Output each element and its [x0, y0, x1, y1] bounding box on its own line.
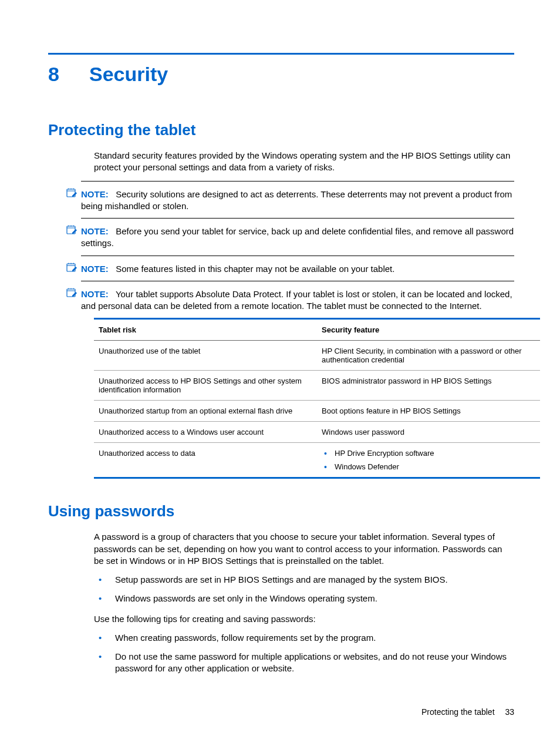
chapter-number: 8 [48, 63, 89, 86]
note-label: NOTE: [81, 226, 109, 236]
note-block: NOTE: Your tablet supports Absolute Data… [81, 281, 514, 312]
feature-cell: HP Drive Encryption softwareWindows Defe… [317, 443, 540, 478]
note-block: NOTE: Before you send your tablet for se… [81, 218, 514, 250]
table-header-feature: Security feature [317, 319, 540, 341]
risk-cell: Unauthorized use of the tablet [94, 341, 317, 371]
risk-cell: Unauthorized access to data [94, 443, 317, 478]
note-text: NOTE: Some features listed in this chapt… [81, 260, 514, 275]
risk-cell: Unauthorized startup from an optional ex… [94, 401, 317, 422]
table-row: Unauthorized use of the tabletHP Client … [94, 341, 540, 371]
list-item: Do not use the same password for multipl… [94, 651, 514, 675]
table-row: Unauthorized access to a Windows user ac… [94, 422, 540, 443]
note-icon [66, 224, 77, 235]
footer-section: Protecting the tablet [421, 707, 495, 717]
note-container: NOTE: Security solutions are designed to… [81, 181, 514, 312]
feature-cell: Windows user password [317, 422, 540, 443]
table-row: Unauthorized access to HP BIOS Settings … [94, 371, 540, 401]
feature-cell: BIOS administrator password in HP BIOS S… [317, 371, 540, 401]
note-text: NOTE: Your tablet supports Absolute Data… [81, 285, 514, 312]
page-footer: Protecting the tablet 33 [421, 707, 514, 717]
risk-cell: Unauthorized access to HP BIOS Settings … [94, 371, 317, 401]
risk-cell: Unauthorized access to a Windows user ac… [94, 422, 317, 443]
note-icon [66, 187, 77, 198]
note-block: NOTE: Some features listed in this chapt… [81, 256, 514, 275]
section1-intro: Standard security features provided by t… [94, 150, 514, 174]
section2-intro: A password is a group of characters that… [94, 531, 514, 567]
list-item: Windows passwords are set only in the Wi… [94, 593, 514, 604]
chapter-heading: 8Security [48, 63, 514, 86]
password-tips-list: When creating passwords, follow requirem… [94, 632, 514, 675]
note-block: NOTE: Security solutions are designed to… [81, 181, 514, 213]
list-item: Setup passwords are set in HP BIOS Setti… [94, 574, 514, 586]
note-label: NOTE: [81, 289, 109, 299]
chapter-title: Security [89, 63, 168, 85]
password-types-list: Setup passwords are set in HP BIOS Setti… [94, 574, 514, 605]
chapter-rule [48, 53, 514, 55]
section-heading-protecting: Protecting the tablet [48, 121, 514, 139]
feature-list-item: Windows Defender [322, 462, 535, 471]
note-label: NOTE: [81, 264, 109, 274]
note-label: NOTE: [81, 189, 109, 199]
feature-cell: Boot options feature in HP BIOS Settings [317, 401, 540, 422]
feature-cell: HP Client Security, in combination with … [317, 341, 540, 371]
note-text: NOTE: Before you send your tablet for se… [81, 222, 514, 250]
tips-intro: Use the following tips for creating and … [94, 613, 514, 625]
table-header-risk: Tablet risk [94, 319, 317, 341]
note-icon [66, 262, 77, 273]
table-row: Unauthorized startup from an optional ex… [94, 401, 540, 422]
note-icon [66, 287, 77, 298]
footer-page-number: 33 [505, 707, 514, 717]
feature-list: HP Drive Encryption softwareWindows Defe… [322, 449, 535, 471]
risk-feature-table: Tablet risk Security feature Unauthorize… [94, 318, 540, 479]
section-heading-passwords: Using passwords [48, 502, 514, 520]
list-item: When creating passwords, follow requirem… [94, 632, 514, 644]
note-text: NOTE: Security solutions are designed to… [81, 185, 514, 213]
table-row: Unauthorized access to dataHP Drive Encr… [94, 443, 540, 478]
feature-list-item: HP Drive Encryption software [322, 449, 535, 458]
